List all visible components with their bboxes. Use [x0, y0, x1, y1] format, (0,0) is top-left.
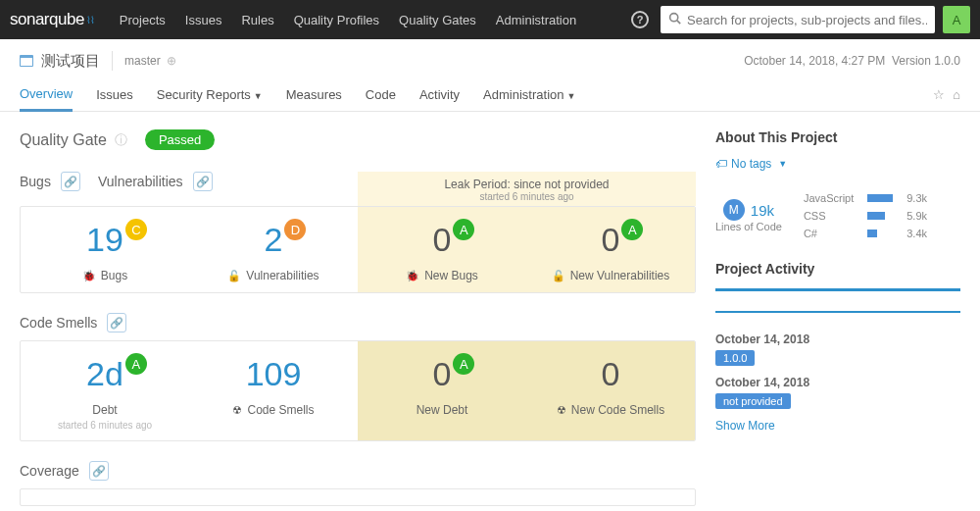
- vulnerabilities-metric[interactable]: 2D 🔓Vulnerabilities: [189, 207, 358, 292]
- project-sidebar: About This Project 🏷 No tags ▼ M 19k Lin…: [715, 129, 960, 511]
- lang-row: C#3.4k: [798, 226, 933, 241]
- activity-badge: 1.0.0: [715, 350, 755, 366]
- quality-gate-label: Quality Gate: [20, 131, 107, 149]
- size-rating-badge: M: [723, 199, 745, 221]
- about-heading: About This Project: [715, 129, 960, 145]
- add-branch-icon[interactable]: ⊕: [167, 54, 176, 68]
- lock-icon: 🔓: [552, 270, 565, 282]
- loc-label: Lines of Code: [715, 221, 782, 232]
- tab-administration[interactable]: Administration▼: [483, 79, 575, 110]
- link-icon[interactable]: 🔗: [193, 172, 213, 191]
- debt-note: started 6 minutes ago: [21, 420, 189, 431]
- loc-value[interactable]: 19k: [751, 202, 774, 219]
- coverage-panel: [20, 488, 696, 506]
- nav-quality-gates[interactable]: Quality Gates: [389, 13, 486, 27]
- tab-code[interactable]: Code: [366, 79, 396, 110]
- new-bugs-metric[interactable]: 0A 🐞New Bugs: [358, 207, 526, 292]
- chevron-down-icon: ▼: [778, 159, 787, 169]
- link-icon[interactable]: 🔗: [89, 461, 109, 481]
- lock-icon: 🔓: [227, 270, 241, 282]
- user-avatar[interactable]: A: [943, 6, 970, 33]
- tags-selector[interactable]: 🏷 No tags ▼: [715, 157, 960, 171]
- rating-badge: D: [284, 219, 306, 240]
- activity-heading: Project Activity: [715, 261, 960, 277]
- rating-badge: A: [453, 353, 474, 375]
- search-box[interactable]: [661, 6, 935, 33]
- bug-icon: 🐞: [406, 270, 419, 282]
- quality-gate-row: Quality Gate ⓘ Passed: [20, 129, 696, 150]
- branch-selector[interactable]: master⊕: [124, 54, 176, 68]
- new-code-smells-metric[interactable]: 0 ☢New Code Smells: [526, 341, 695, 440]
- show-more-link[interactable]: Show More: [715, 419, 960, 433]
- link-icon[interactable]: 🔗: [61, 172, 80, 191]
- activity-date: October 14, 2018: [715, 332, 960, 346]
- project-header: 测试项目 master⊕ October 14, 2018, 4:27 PM V…: [0, 39, 980, 78]
- analysis-date: October 14, 2018, 4:27 PM Version 1.0.0: [744, 54, 960, 68]
- tab-measures[interactable]: Measures: [286, 79, 342, 110]
- nav-issues[interactable]: Issues: [175, 13, 232, 27]
- activity-sparkline: [715, 288, 960, 291]
- main-content: Quality Gate ⓘ Passed Bugs 🔗 Vulnerabili…: [0, 112, 980, 511]
- bugs-vulns-panel: 19C 🐞Bugs 2D 🔓Vulnerabilities 0A 🐞New Bu…: [20, 206, 696, 293]
- tab-overview[interactable]: Overview: [20, 78, 73, 112]
- project-name[interactable]: 测试项目: [20, 52, 100, 71]
- languages-table: JavaScript9.3k CSS5.9k C#3.4k: [796, 188, 935, 243]
- svg-point-0: [670, 14, 678, 22]
- rating-badge: A: [621, 219, 643, 240]
- rating-badge: C: [125, 219, 147, 240]
- search-icon: [668, 12, 681, 27]
- tab-issues[interactable]: Issues: [96, 79, 133, 110]
- home-icon[interactable]: ⌂: [953, 87, 960, 102]
- svg-line-1: [677, 21, 680, 24]
- smell-icon: ☢: [557, 404, 566, 417]
- top-navbar: sonarqube⌇⌇ Projects Issues Rules Qualit…: [0, 0, 980, 39]
- search-input[interactable]: [687, 13, 927, 27]
- debt-metric[interactable]: 2dA Debt started 6 minutes ago: [21, 341, 189, 440]
- rating-badge: A: [125, 353, 147, 375]
- activity-date: October 14, 2018: [715, 376, 960, 389]
- code-smells-heading: Code Smells: [20, 315, 97, 331]
- lang-row: CSS5.9k: [798, 208, 933, 224]
- project-icon: [20, 55, 33, 67]
- bugs-metric[interactable]: 19C 🐞Bugs: [21, 207, 189, 292]
- nav-quality-profiles[interactable]: Quality Profiles: [284, 13, 389, 27]
- chevron-down-icon: ▼: [566, 91, 575, 101]
- nav-rules[interactable]: Rules: [231, 13, 283, 27]
- rating-badge: A: [453, 219, 474, 240]
- project-subnav: Overview Issues Security Reports▼ Measur…: [0, 78, 980, 112]
- tab-activity[interactable]: Activity: [419, 79, 460, 110]
- link-icon[interactable]: 🔗: [107, 313, 126, 332]
- chevron-down-icon: ▼: [254, 91, 263, 101]
- quality-gate-status: Passed: [145, 129, 215, 150]
- lang-row: JavaScript9.3k: [798, 190, 933, 206]
- nav-administration[interactable]: Administration: [486, 13, 586, 27]
- tab-security-reports[interactable]: Security Reports▼: [157, 79, 263, 110]
- logo[interactable]: sonarqube⌇⌇: [10, 10, 95, 29]
- help-icon[interactable]: ?: [631, 11, 649, 28]
- wave-icon: ⌇⌇: [86, 15, 95, 26]
- leak-period-header: Leak Period: since not provided started …: [358, 172, 696, 206]
- lines-of-code-row: M 19k Lines of Code JavaScript9.3k CSS5.…: [715, 188, 960, 243]
- activity-badge: not provided: [715, 393, 791, 409]
- new-vulnerabilities-metric[interactable]: 0A 🔓New Vulnerabilities: [526, 207, 695, 292]
- tag-icon: 🏷: [715, 157, 727, 171]
- bugs-heading: Bugs: [20, 174, 51, 189]
- code-smells-panel: 2dA Debt started 6 minutes ago 109 ☢Code…: [20, 340, 696, 441]
- code-smells-metric[interactable]: 109 ☢Code Smells: [189, 341, 358, 440]
- coverage-heading: Coverage: [20, 463, 79, 479]
- new-debt-metric[interactable]: 0A New Debt: [358, 341, 526, 440]
- vulnerabilities-heading: Vulnerabilities: [98, 174, 183, 189]
- smell-icon: ☢: [232, 404, 242, 417]
- activity-sparkline: [715, 311, 960, 313]
- bug-icon: 🐞: [82, 270, 96, 282]
- nav-projects[interactable]: Projects: [110, 13, 175, 27]
- help-icon[interactable]: ⓘ: [115, 131, 127, 149]
- star-icon[interactable]: ☆: [933, 87, 945, 102]
